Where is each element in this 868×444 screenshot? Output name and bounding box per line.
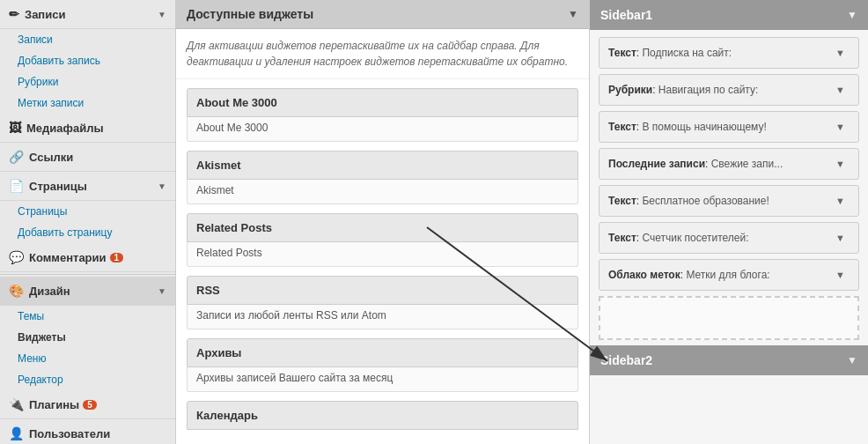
design-label: Дизайн [29,285,70,298]
widget-related-posts: Related Posts Related Posts [187,213,578,267]
sidebar1-widget-1-collapse[interactable]: ▼ [831,83,850,97]
sidebar-item-tags[interactable]: Метки записи [0,92,175,114]
sidebar1-widget-2-label: Текст: В помощь начинающему! [608,121,767,133]
sidebar1-widget-3-collapse[interactable]: ▼ [831,157,850,171]
pages-icon: 📄 [9,179,24,193]
sidebar1-widget-4-label: Текст: Бесплатное образование! [608,195,769,207]
users-label: Пользователи [29,427,110,440]
media-icon: 🖼 [9,121,21,135]
sidebar1-widget-5-collapse[interactable]: ▼ [831,231,850,245]
pages-arrow: ▼ [158,181,166,191]
widgets-panel-description: Для активации виджетов перетаскивайте их… [176,29,589,79]
sidebar-item-editor[interactable]: Редактор [0,369,175,390]
widget-calendar: Календарь [187,401,578,430]
menu-section-media[interactable]: 🖼 Медиафайлы [0,114,175,143]
posts-arrow: ▼ [158,10,166,19]
sidebar-item-categories[interactable]: Рубрики [0,71,175,92]
widget-rss: RSS Записи из любой ленты RSS или Atom [187,276,578,329]
sidebar: ✏ Записи ▼ Записи Добавить запись Рубрик… [0,0,176,444]
sidebar1-widget-6-label: Облако меток: Метки для блога: [608,269,770,281]
widgets-panel: Доступные виджеты ▼ Для активации виджет… [176,0,590,444]
menu-section-design[interactable]: 🎨 Дизайн ▼ [0,277,175,306]
sidebar1-dropzone [599,296,859,340]
widgets-panel-title: Доступные виджеты [187,7,313,21]
comments-icon: 💬 [9,250,24,264]
widget-archives-header[interactable]: Архивы [187,338,578,367]
comments-badge: 1 [110,253,124,263]
menu-section-users[interactable]: 👤 Пользователи [0,419,175,444]
widget-about-me-desc: About Me 3000 [187,117,578,142]
sidebar-item-menu[interactable]: Меню [0,348,175,369]
widget-akismet-desc: Akismet [187,180,578,204]
widget-akismet: Akismet Akismet [187,151,578,204]
sidebar1-widget-4-collapse[interactable]: ▼ [831,194,850,208]
sidebar1-widget-6[interactable]: Облако меток: Метки для блога: ▼ [599,259,859,291]
widget-calendar-header[interactable]: Календарь [187,401,578,430]
widget-rss-header[interactable]: RSS [187,276,578,305]
design-icon: 🎨 [9,284,24,298]
sidebar-item-themes[interactable]: Темы [0,306,175,327]
sidebar-columns: Sidebar1 ▼ Текст: Подписка на сайт: ▼ Ру… [590,0,868,444]
sidebar-item-add-page[interactable]: Добавить страницу [0,222,175,243]
sidebar1-widget-1[interactable]: Рубрики: Навигация по сайту: ▼ [599,74,859,106]
plugins-label: Плагины [29,398,79,411]
posts-label: Записи [25,8,65,21]
sidebar1-section: Sidebar1 ▼ Текст: Подписка на сайт: ▼ Ру… [590,0,868,340]
sidebar1-widget-0-collapse[interactable]: ▼ [831,46,850,60]
sidebar1-widget-3[interactable]: Последние записи: Свежие запи... ▼ [599,148,859,180]
comments-label: Комментарии [29,251,107,264]
links-label: Ссылки [29,151,73,164]
widget-about-me-header[interactable]: About Me 3000 [187,88,578,117]
widgets-panel-arrow: ▼ [568,8,578,20]
sidebar1-widget-5[interactable]: Текст: Счетчик посетителей: ▼ [599,222,859,254]
sidebar1-widget-4[interactable]: Текст: Бесплатное образование! ▼ [599,185,859,217]
menu-section-plugins[interactable]: 🔌 Плагины 5 [0,390,175,419]
sidebar-item-add-post[interactable]: Добавить запись [0,50,175,71]
widget-archives: Архивы Архивы записей Вашего сайта за ме… [187,338,578,392]
widget-archives-desc: Архивы записей Вашего сайта за месяц [187,367,578,392]
widgets-panel-header: Доступные виджеты ▼ [176,0,589,29]
menu-section-links[interactable]: 🔗 Ссылки [0,143,175,172]
media-label: Медиафайлы [26,122,104,135]
widget-rss-desc: Записи из любой ленты RSS или Atom [187,305,578,329]
sidebar1-widget-0-label: Текст: Подписка на сайт: [608,47,732,59]
widget-about-me: About Me 3000 About Me 3000 [187,88,578,142]
sidebar1-widget-2-collapse[interactable]: ▼ [831,120,850,134]
posts-icon: ✏ [9,7,19,21]
content-wrap: Доступные виджеты ▼ Для активации виджет… [176,0,868,444]
sidebar-item-widgets[interactable]: Виджеты [0,327,175,348]
sidebar1-arrow: ▼ [847,9,857,21]
pages-label: Страницы [29,180,87,193]
widget-related-posts-header[interactable]: Related Posts [187,213,578,242]
design-arrow: ▼ [158,286,166,296]
menu-section-comments[interactable]: 💬 Комментарии 1 [0,243,175,272]
sidebar1-widget-0[interactable]: Текст: Подписка на сайт: ▼ [599,37,859,69]
menu-section-pages[interactable]: 📄 Страницы ▼ [0,172,175,201]
sidebar1-widget-3-label: Последние записи: Свежие запи... [608,158,783,170]
plugins-icon: 🔌 [9,397,24,411]
sidebar1-widget-1-label: Рубрики: Навигация по сайту: [608,84,758,96]
widget-related-posts-desc: Related Posts [187,242,578,267]
sidebar2-header: Sidebar2 ▼ [590,345,868,375]
widget-akismet-header[interactable]: Akismet [187,151,578,180]
sidebar1-widget-5-label: Текст: Счетчик посетителей: [608,232,749,244]
links-icon: 🔗 [9,150,24,164]
sidebar2-title: Sidebar2 [600,353,652,367]
sidebar2-arrow: ▼ [847,354,857,366]
menu-section-posts[interactable]: ✏ Записи ▼ [0,0,175,29]
sidebar1-widget-6-collapse[interactable]: ▼ [831,268,850,282]
sidebar-item-posts[interactable]: Записи [0,29,175,50]
sidebar1-header: Sidebar1 ▼ [590,0,868,30]
sidebar1-title: Sidebar1 [600,8,652,22]
sidebar1-widget-2[interactable]: Текст: В помощь начинающему! ▼ [599,111,859,143]
plugins-badge: 5 [83,400,97,410]
users-icon: 👤 [9,426,24,440]
sidebar2-section: Sidebar2 ▼ [590,345,868,375]
sidebar-item-pages[interactable]: Страницы [0,201,175,222]
